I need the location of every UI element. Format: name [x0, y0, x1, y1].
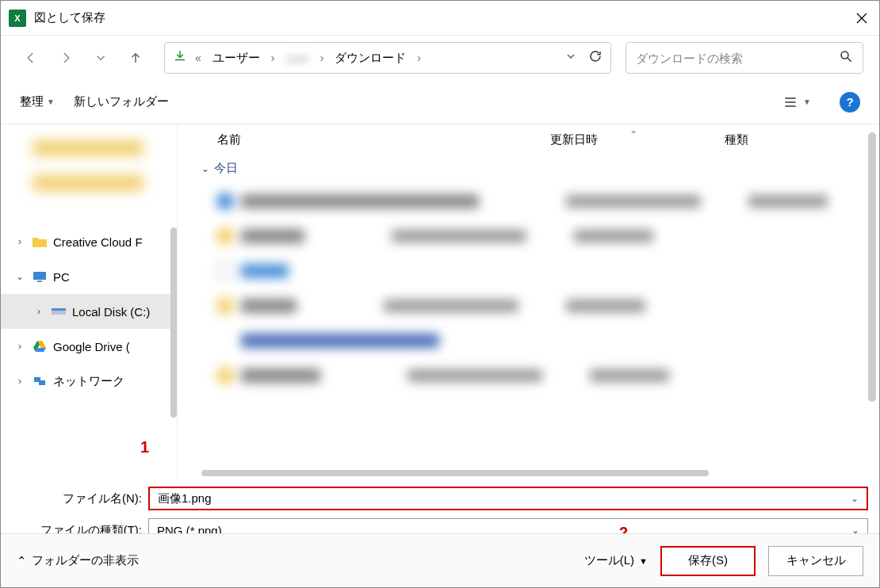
sidebar-item-blurred[interactable] [33, 131, 177, 166]
chevron-right-icon[interactable]: › [33, 306, 45, 317]
chevron-up-icon: ⌃ [17, 554, 27, 568]
sidebar-item-label: Google Drive ( [53, 340, 130, 353]
footer: ⌃ フォルダーの非表示 ツール(L) ▼ 保存(S) キャンセル [1, 533, 879, 587]
chevron-right-icon[interactable]: › [13, 376, 26, 387]
chevron-right-icon[interactable]: › [414, 52, 424, 64]
annotation-marker-1: 1 [140, 438, 149, 456]
file-row[interactable] [217, 219, 879, 254]
file-list [178, 176, 879, 401]
search-icon[interactable] [839, 49, 853, 67]
svg-rect-2 [37, 281, 42, 282]
chevron-down-icon: ▼ [47, 97, 55, 106]
group-label: 今日 [214, 161, 238, 176]
hide-folders-label: フォルダーの非表示 [32, 553, 139, 568]
organize-menu[interactable]: 整理 ▼ [20, 94, 55, 109]
sidebar: › Creative Cloud F ⌄ PC › Local Disk (C:… [1, 124, 177, 479]
chevron-right-icon[interactable]: › [268, 52, 278, 64]
sidebar-item-label: PC [53, 270, 70, 284]
vertical-scrollbar[interactable] [868, 132, 876, 402]
sidebar-item-blurred[interactable] [33, 166, 177, 200]
pc-icon [33, 271, 47, 282]
download-folder-icon [173, 49, 187, 67]
main-area: › Creative Cloud F ⌄ PC › Local Disk (C:… [1, 124, 879, 479]
sidebar-item-network[interactable]: › ネットワーク [1, 364, 177, 399]
save-button[interactable]: 保存(S) [660, 546, 756, 576]
horizontal-scrollbar[interactable] [201, 470, 709, 476]
google-drive-icon [33, 341, 47, 352]
window-title: 図として保存 [34, 10, 844, 25]
file-row[interactable] [217, 323, 879, 358]
search-box[interactable] [626, 42, 863, 74]
recent-dropdown[interactable] [86, 44, 115, 72]
file-pane: ⌄ 名前 更新日時 種類 ⌄ 今日 [177, 124, 879, 479]
svg-rect-6 [39, 380, 45, 385]
sidebar-item-label: ネットワーク [53, 374, 124, 389]
breadcrumb-user[interactable]: user [282, 52, 312, 65]
disk-icon [52, 306, 66, 317]
chevron-down-icon[interactable]: ⌄ [13, 271, 26, 282]
chevron-down-icon: ⌄ [201, 163, 209, 174]
filename-value: 画像1.png [158, 491, 212, 506]
network-icon [33, 376, 47, 387]
chevron-down-icon: ▼ [803, 97, 811, 106]
sidebar-item-pc[interactable]: ⌄ PC [1, 259, 177, 294]
help-button[interactable]: ? [840, 92, 860, 113]
toolbar: 整理 ▼ 新しいフォルダー ▼ ? [1, 80, 879, 124]
chevron-right-icon[interactable]: › [13, 341, 26, 352]
sidebar-scrollbar[interactable] [170, 227, 177, 418]
sort-indicator-icon[interactable]: ⌄ [629, 124, 637, 136]
sidebar-item-local-disk[interactable]: › Local Disk (C:) [1, 294, 177, 329]
refresh-button[interactable] [588, 49, 603, 67]
hide-folders-toggle[interactable]: ⌃ フォルダーの非表示 [17, 553, 139, 568]
sidebar-item-label: Local Disk (C:) [72, 305, 150, 319]
chevron-down-icon[interactable]: ⌄ [851, 493, 859, 504]
column-header-name[interactable]: 名前 [217, 132, 550, 147]
excel-icon: X [9, 10, 26, 27]
nav-row: « ユーザー › user › ダウンロード › [1, 36, 879, 80]
title-bar: X 図として保存 [1, 1, 879, 36]
column-headers: ⌄ 名前 更新日時 種類 [178, 124, 879, 155]
chevron-down-icon: ▼ [639, 556, 648, 566]
breadcrumb-users[interactable]: ユーザー [209, 51, 263, 66]
chevron-right-icon[interactable]: › [13, 236, 26, 247]
address-dropdown[interactable] [564, 50, 577, 66]
search-input[interactable] [636, 52, 839, 65]
cancel-label: キャンセル [786, 553, 846, 568]
tools-menu[interactable]: ツール(L) ▼ [584, 553, 648, 568]
new-folder-button[interactable]: 新しいフォルダー [74, 94, 169, 109]
breadcrumb-overflow[interactable]: « [192, 52, 205, 64]
view-mode-button[interactable]: ▼ [782, 94, 811, 110]
file-row[interactable] [217, 288, 879, 323]
save-label: 保存(S) [688, 553, 728, 568]
svg-rect-1 [33, 272, 46, 280]
back-button[interactable] [17, 44, 45, 72]
filename-row: ファイル名(N): 画像1.png ⌄ [1, 483, 879, 514]
filename-label: ファイル名(N): [12, 491, 148, 506]
column-header-type[interactable]: 種類 [725, 132, 879, 147]
chevron-right-icon[interactable]: › [317, 52, 327, 64]
file-row[interactable] [217, 184, 879, 219]
address-bar[interactable]: « ユーザー › user › ダウンロード › [164, 42, 611, 74]
group-today[interactable]: ⌄ 今日 [178, 155, 879, 176]
sidebar-item-google-drive[interactable]: › Google Drive ( [1, 329, 177, 364]
forward-button[interactable] [52, 44, 80, 72]
file-row[interactable] [217, 254, 879, 288]
organize-label: 整理 [20, 94, 44, 109]
folder-icon [33, 236, 47, 247]
column-header-date[interactable]: 更新日時 [550, 132, 725, 147]
tools-label: ツール(L) [584, 553, 634, 568]
close-button[interactable] [844, 1, 879, 36]
new-folder-label: 新しいフォルダー [74, 94, 169, 109]
cancel-button[interactable]: キャンセル [768, 546, 863, 576]
file-row[interactable] [217, 358, 879, 393]
sidebar-item-creative-cloud[interactable]: › Creative Cloud F [1, 224, 177, 259]
up-button[interactable] [121, 44, 150, 72]
filename-input[interactable]: 画像1.png ⌄ [148, 487, 868, 510]
svg-rect-4 [52, 308, 66, 311]
breadcrumb-downloads[interactable]: ダウンロード [331, 51, 409, 66]
sidebar-item-label: Creative Cloud F [53, 235, 143, 249]
svg-point-0 [841, 52, 848, 59]
